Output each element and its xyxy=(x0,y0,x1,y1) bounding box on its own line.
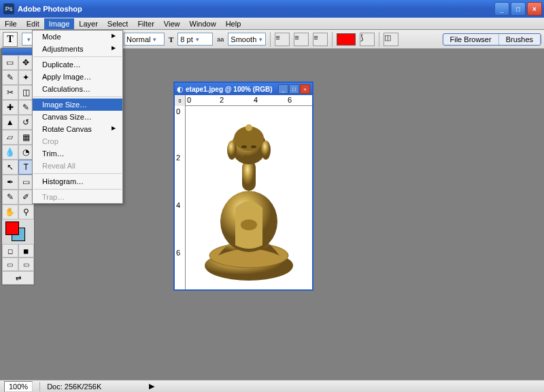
separator xyxy=(33,56,122,57)
notes-tool[interactable]: ✎ xyxy=(2,190,18,204)
menu-window[interactable]: Window xyxy=(185,18,221,29)
svg-point-7 xyxy=(245,124,252,131)
heal-tool[interactable]: ✚ xyxy=(2,100,18,115)
screen-standard[interactable]: ▭ xyxy=(2,257,18,271)
svg-point-8 xyxy=(227,141,237,160)
menu-duplicate[interactable]: Duplicate… xyxy=(33,58,122,71)
menu-edit[interactable]: Edit xyxy=(22,18,44,29)
antialias-dropdown[interactable]: Smooth▾ xyxy=(228,33,266,46)
doc-size-label: Doc: 256K/256K xyxy=(47,382,101,391)
tab-brushes[interactable]: Brushes xyxy=(499,34,541,45)
separator xyxy=(39,382,40,391)
text-color-swatch[interactable] xyxy=(337,33,356,46)
document-window: ◐ etape1.jpeg @ 100% (RGB) _ □ × 0 0 2 4… xyxy=(173,82,313,291)
menu-reveal-all: Reveal All xyxy=(33,160,122,172)
separator xyxy=(270,32,271,47)
size-icon: T xyxy=(169,35,173,43)
menu-canvas-size[interactable]: Canvas Size… xyxy=(33,111,122,123)
menu-filter[interactable]: Filter xyxy=(133,18,158,29)
aa-label: aa xyxy=(217,36,224,43)
doc-maximize-button[interactable]: □ xyxy=(289,84,299,94)
document-titlebar[interactable]: ◐ etape1.jpeg @ 100% (RGB) _ □ × xyxy=(175,83,312,95)
separator xyxy=(33,189,122,190)
zoom-field[interactable]: 100% xyxy=(4,381,33,392)
image-menu-dropdown: Mode Adjustments Duplicate… Apply Image…… xyxy=(32,30,123,204)
separator xyxy=(332,32,333,47)
separator xyxy=(33,173,122,174)
ruler-vertical: 0 2 4 6 xyxy=(175,106,186,289)
jump-to-imageready[interactable]: ⇄ xyxy=(2,271,34,285)
hand-tool[interactable]: ✋ xyxy=(2,204,18,219)
menu-rotate-canvas[interactable]: Rotate Canvas xyxy=(33,123,122,135)
app-titlebar: Ps Adobe Photoshop _ □ × xyxy=(0,0,544,18)
svg-point-9 xyxy=(261,141,271,160)
menu-view[interactable]: View xyxy=(159,18,185,29)
menu-trap: Trap… xyxy=(33,191,122,203)
current-tool-icon[interactable]: T xyxy=(3,32,18,47)
doc-minimize-button[interactable]: _ xyxy=(278,84,288,94)
font-size-dropdown[interactable]: 8 pt▾ xyxy=(177,33,213,46)
document-icon: ◐ xyxy=(177,85,184,94)
svg-point-11 xyxy=(251,145,256,148)
menu-help[interactable]: Help xyxy=(221,18,246,29)
svg-point-3 xyxy=(241,219,257,230)
toolbox-header[interactable] xyxy=(2,48,34,55)
status-bar: 100% Doc: 256K/256K ▶ xyxy=(0,380,544,392)
menu-file[interactable]: File xyxy=(0,18,22,29)
document-title: etape1.jpeg @ 100% (RGB) xyxy=(186,86,276,93)
menu-select[interactable]: Select xyxy=(103,18,133,29)
tab-file-browser[interactable]: File Browser xyxy=(443,34,499,45)
canvas[interactable] xyxy=(186,106,312,289)
right-tabs: File Browser Brushes xyxy=(443,33,541,46)
svg-point-10 xyxy=(241,145,247,148)
menu-adjustments[interactable]: Adjustments xyxy=(33,43,122,55)
menu-bar: File Edit Image Layer Select Filter View… xyxy=(0,18,544,30)
zoom-tool[interactable]: ⚲ xyxy=(18,204,35,219)
align-right-button[interactable]: ≡ xyxy=(313,33,328,46)
separator xyxy=(379,32,379,47)
lasso-tool[interactable]: ✎ xyxy=(2,70,18,85)
color-picker[interactable] xyxy=(2,219,34,244)
foreground-color[interactable] xyxy=(5,221,19,235)
app-title: Adobe Photoshop xyxy=(18,5,494,13)
quickmask-on[interactable]: ◼ xyxy=(18,244,35,257)
blend-mode-dropdown[interactable]: Normal▾ xyxy=(124,33,165,46)
path-tool[interactable]: ↖ xyxy=(2,160,18,175)
separator xyxy=(33,96,122,97)
close-button[interactable]: × xyxy=(527,2,542,16)
palettes-button[interactable]: ◫ xyxy=(384,33,398,46)
svg-rect-4 xyxy=(242,160,256,191)
maximize-button[interactable]: □ xyxy=(511,2,526,16)
toolbox: ▭ ✥ ✎ ✦ ✂ ◫ ✚ ✎ ▲ ↺ ▱ ▦ 💧 ◔ ↖ T ✒ ▭ ✎ ✐ … xyxy=(1,48,35,285)
doc-close-button[interactable]: × xyxy=(300,84,310,94)
window-buttons: _ □ × xyxy=(494,2,542,16)
warp-text-button[interactable]: ⟆ xyxy=(360,33,375,46)
crop-tool[interactable]: ✂ xyxy=(2,85,18,100)
quickmask-off[interactable]: ◻ xyxy=(2,244,18,257)
ruler-horizontal: 0 0 2 4 6 xyxy=(175,95,312,106)
canvas-image xyxy=(198,113,300,283)
menu-crop: Crop xyxy=(33,135,122,147)
eraser-tool[interactable]: ▱ xyxy=(2,130,18,145)
app-icon: Ps xyxy=(3,3,14,14)
menu-layer[interactable]: Layer xyxy=(74,18,103,29)
screen-full[interactable]: ▭ xyxy=(18,257,35,271)
pen-tool[interactable]: ✒ xyxy=(2,175,18,190)
status-arrow-icon[interactable]: ▶ xyxy=(149,382,154,391)
align-center-button[interactable]: ≡ xyxy=(294,33,309,46)
align-left-button[interactable]: ≡ xyxy=(275,33,290,46)
menu-image-size[interactable]: Image Size… xyxy=(33,99,122,111)
blur-tool[interactable]: 💧 xyxy=(2,145,18,160)
menu-histogram[interactable]: Histogram… xyxy=(33,175,122,188)
menu-mode[interactable]: Mode xyxy=(33,31,122,43)
marquee-tool[interactable]: ▭ xyxy=(2,55,18,70)
menu-apply-image[interactable]: Apply Image… xyxy=(33,71,122,83)
stamp-tool[interactable]: ▲ xyxy=(2,115,18,130)
ruler-corner: 0 xyxy=(175,95,186,106)
menu-calculations[interactable]: Calculations… xyxy=(33,83,122,95)
menu-image[interactable]: Image xyxy=(44,18,75,29)
menu-trim[interactable]: Trim… xyxy=(33,147,122,160)
minimize-button[interactable]: _ xyxy=(494,2,509,16)
